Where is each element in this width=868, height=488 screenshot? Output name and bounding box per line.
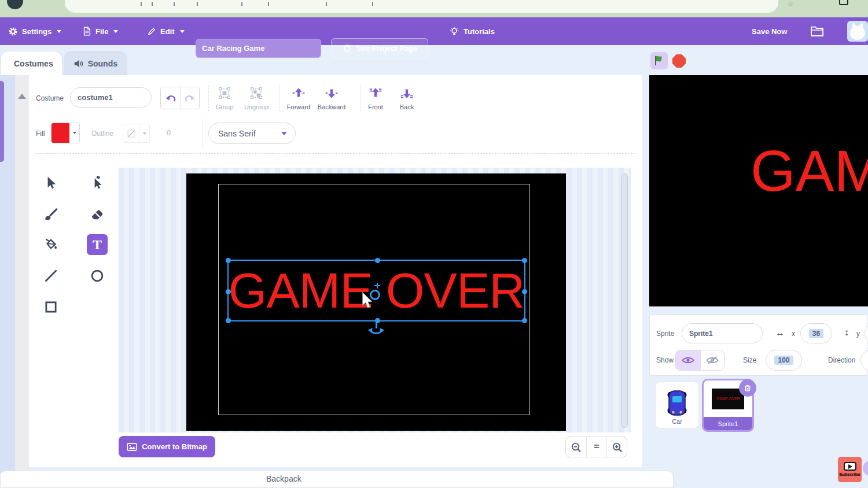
zoom-controls: =	[565, 437, 627, 457]
file-icon	[82, 26, 91, 36]
selected-costume-edge[interactable]	[0, 81, 4, 162]
rectangle-icon	[43, 300, 58, 315]
selection-handle[interactable]	[226, 318, 231, 323]
fill-tool[interactable]	[41, 234, 61, 255]
scroll-up-icon[interactable]	[18, 94, 26, 99]
fill-color-picker[interactable]	[51, 123, 80, 143]
browser-extension-icon[interactable]	[7, 0, 23, 9]
back-label: Back	[400, 103, 414, 110]
stage[interactable]: GAME OVER	[649, 75, 868, 306]
zoom-out-button[interactable]	[566, 437, 586, 457]
visibility-toggle	[675, 350, 724, 371]
undo-button[interactable]	[161, 87, 180, 109]
edit-menu[interactable]: Edit	[147, 17, 185, 45]
delete-sprite-button[interactable]	[739, 379, 756, 397]
sprite-thumbnail-car[interactable]: Car	[656, 382, 698, 428]
lightbulb-icon	[449, 26, 459, 37]
outline-color-picker[interactable]	[123, 124, 150, 143]
file-label: File	[95, 27, 108, 36]
brush-tool[interactable]	[41, 204, 61, 224]
backward-button[interactable]: Backward	[315, 86, 348, 111]
size-input[interactable]: 100	[766, 350, 802, 371]
file-menu[interactable]: File	[82, 17, 118, 45]
undo-redo-group	[160, 87, 200, 109]
convert-to-bitmap-button[interactable]: Convert to Bitmap	[119, 436, 215, 457]
fill-color-swatch	[52, 123, 69, 143]
project-name-input[interactable]	[196, 39, 321, 58]
my-stuff-button[interactable]	[810, 17, 824, 45]
font-dropdown[interactable]: Sans Serif	[208, 123, 296, 144]
eraser-tool[interactable]	[87, 204, 108, 224]
settings-menu[interactable]: Settings	[8, 17, 61, 45]
see-project-page-button[interactable]: See Project Page	[331, 38, 428, 58]
ungroup-button[interactable]: Ungroup	[240, 86, 273, 111]
select-tool[interactable]	[41, 172, 61, 193]
stop-button[interactable]	[672, 54, 686, 68]
window-control-icon[interactable]	[839, 0, 848, 5]
sprite-label: Sprite	[656, 330, 674, 338]
reshape-tool[interactable]	[87, 172, 108, 193]
selection-handle[interactable]	[522, 289, 527, 294]
subscribe-badge[interactable]: Subscribe	[838, 457, 862, 482]
group-label: Group	[216, 103, 234, 110]
backward-label: Backward	[318, 103, 345, 110]
green-flag-button[interactable]	[650, 52, 668, 69]
ungroup-icon	[249, 86, 263, 100]
floating-button-partial[interactable]	[863, 461, 868, 476]
back-button[interactable]: Back	[390, 86, 424, 111]
show-sprite-button[interactable]	[676, 350, 700, 370]
user-avatar[interactable]	[847, 21, 868, 42]
outline-label: Outline	[91, 130, 113, 138]
selection-handle[interactable]	[226, 258, 231, 263]
forward-button[interactable]: Forward	[282, 86, 315, 111]
rotation-handle-icon[interactable]	[368, 327, 384, 337]
circle-tool[interactable]	[87, 265, 108, 286]
convert-to-bitmap-label: Convert to Bitmap	[142, 442, 207, 451]
pencil-icon	[147, 27, 156, 36]
zoom-in-button[interactable]	[606, 437, 627, 457]
selection-handle[interactable]	[375, 258, 380, 263]
zoom-reset-button[interactable]: =	[586, 437, 606, 457]
group-button[interactable]: Group	[208, 86, 241, 111]
layer-front-icon	[369, 86, 382, 100]
selection-handle[interactable]	[226, 289, 231, 294]
x-position-input[interactable]: 36	[800, 323, 832, 343]
line-tool[interactable]	[41, 265, 61, 286]
eraser-icon	[90, 206, 105, 221]
menu-bar: Settings File Edit See Project Page Tuto…	[0, 17, 868, 45]
chevron-down-icon	[113, 30, 118, 33]
text-tool[interactable]: T	[87, 234, 108, 255]
selection-handle[interactable]	[522, 258, 527, 263]
tab-costumes-label: Costumes	[14, 59, 53, 68]
ungroup-label: Ungroup	[244, 103, 269, 110]
sprite-name-input[interactable]	[682, 323, 763, 343]
selection-handle[interactable]	[522, 318, 527, 323]
tab-costumes[interactable]: Costumes	[0, 51, 62, 75]
tab-sounds[interactable]: Sounds	[64, 51, 127, 75]
backpack-label: Backpack	[266, 474, 301, 483]
hide-sprite-button[interactable]	[700, 350, 724, 370]
x-label: x	[792, 330, 795, 338]
green-flag-icon	[653, 55, 665, 66]
save-now-button[interactable]: Save Now	[752, 17, 787, 45]
size-value: 100	[774, 356, 793, 365]
size-label: Size	[743, 356, 756, 364]
youtube-play-icon	[844, 462, 856, 471]
browser-address-bar[interactable]	[65, 0, 778, 13]
bookmark-star-icon[interactable]: ☆	[787, 0, 794, 8]
redo-button[interactable]	[180, 87, 199, 109]
costume-name-input[interactable]	[70, 87, 152, 108]
sprite1-name-label: Sprite1	[704, 417, 752, 430]
line-icon	[43, 268, 58, 283]
refresh-icon	[342, 43, 352, 53]
stage-sprite-text[interactable]: GAME OVER	[751, 138, 868, 204]
front-button[interactable]: Front	[359, 86, 392, 111]
toolbar-separator	[35, 153, 635, 154]
trash-icon	[743, 383, 752, 393]
zoom-in-icon	[612, 442, 623, 453]
rectangle-tool[interactable]	[41, 297, 61, 317]
canvas-scrollbar[interactable]	[621, 173, 628, 428]
undo-icon	[165, 93, 176, 103]
tutorials-menu[interactable]: Tutorials	[449, 17, 495, 45]
backpack-bar[interactable]	[0, 471, 674, 488]
